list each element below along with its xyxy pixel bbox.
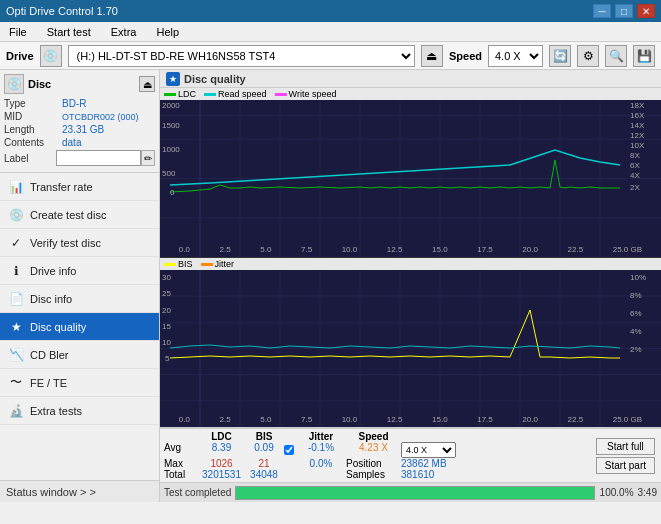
bottom-x-axis: 0.0 2.5 5.0 7.5 10.0 12.5 15.0 17.5 20.0… bbox=[160, 415, 661, 427]
start-part-button[interactable]: Start part bbox=[596, 457, 655, 474]
bottom-bar: LDC BIS Jitter Speed Avg 8.39 0.09 bbox=[160, 427, 661, 502]
legend-read-speed-label: Read speed bbox=[218, 89, 267, 99]
bottom-chart-area: 30 25 20 15 10 5 10% 8% 6% 4% 2% bbox=[160, 270, 661, 427]
stats-header-bis: BIS bbox=[244, 431, 284, 442]
jitter-checkbox[interactable] bbox=[284, 445, 294, 455]
sidebar-item-extra-tests[interactable]: 🔬 Extra tests bbox=[0, 397, 159, 425]
stats-position-label: Position bbox=[346, 458, 401, 469]
legend-bis: BIS bbox=[164, 259, 193, 269]
status-window-label: Status window > > bbox=[6, 486, 96, 498]
disc-type-row: Type BD-R bbox=[4, 98, 155, 109]
menu-start-test[interactable]: Start test bbox=[42, 24, 96, 40]
sidebar-item-label-drive-info: Drive info bbox=[30, 265, 76, 277]
save-button[interactable]: 💾 bbox=[633, 45, 655, 67]
disc-info-icon: 📄 bbox=[8, 291, 24, 307]
svg-text:16X: 16X bbox=[630, 111, 645, 120]
stats-jitter-checkbox-cell bbox=[284, 442, 296, 458]
bx-label-12-5: 12.5 bbox=[387, 415, 403, 427]
svg-text:30: 30 bbox=[162, 273, 171, 282]
legend-ldc-label: LDC bbox=[178, 89, 196, 99]
content-area: ★ Disc quality LDC Read speed bbox=[160, 70, 661, 502]
stats-total-label: Total bbox=[164, 469, 199, 480]
sidebar-item-transfer-rate[interactable]: 📊 Transfer rate bbox=[0, 173, 159, 201]
disc-load-icon[interactable]: ⏏ bbox=[139, 76, 155, 92]
bottom-chart-legend: BIS Jitter bbox=[160, 258, 661, 270]
stats-position-value: 23862 MB bbox=[401, 458, 466, 469]
svg-text:1500: 1500 bbox=[162, 121, 180, 130]
svg-text:10%: 10% bbox=[630, 273, 646, 282]
ldc-color-swatch bbox=[164, 93, 176, 96]
bx-label-7-5: 7.5 bbox=[301, 415, 312, 427]
disc-contents-label: Contents bbox=[4, 137, 62, 148]
bx-label-22-5: 22.5 bbox=[568, 415, 584, 427]
sidebar-item-create-test-disc[interactable]: 💿 Create test disc bbox=[0, 201, 159, 229]
sidebar-item-drive-info[interactable]: ℹ Drive info bbox=[0, 257, 159, 285]
progress-percent: 100.0% bbox=[599, 487, 634, 498]
bx-label-25: 25.0 GB bbox=[613, 415, 642, 427]
drive-select[interactable]: (H:) HL-DT-ST BD-RE WH16NS58 TST4 bbox=[68, 45, 415, 67]
settings-button[interactable]: ⚙ bbox=[577, 45, 599, 67]
disc-label-label: Label bbox=[4, 153, 56, 164]
stats-avg-label: Avg bbox=[164, 442, 199, 458]
progress-time: 3:49 bbox=[638, 487, 657, 498]
status-window-button[interactable]: Status window > > bbox=[0, 480, 159, 502]
menu-file[interactable]: File bbox=[4, 24, 32, 40]
sidebar-item-verify-test-disc[interactable]: ✓ Verify test disc bbox=[0, 229, 159, 257]
legend-write-speed-label: Write speed bbox=[289, 89, 337, 99]
close-button[interactable]: ✕ bbox=[637, 4, 655, 18]
svg-text:18X: 18X bbox=[630, 101, 645, 110]
x-label-7-5: 7.5 bbox=[301, 245, 312, 257]
legend-jitter-label: Jitter bbox=[215, 259, 235, 269]
svg-text:4X: 4X bbox=[630, 171, 640, 180]
minimize-button[interactable]: ─ bbox=[593, 4, 611, 18]
svg-text:8%: 8% bbox=[630, 291, 642, 300]
disc-type-label: Type bbox=[4, 98, 62, 109]
sidebar-item-label-verify-test-disc: Verify test disc bbox=[30, 237, 101, 249]
svg-text:12X: 12X bbox=[630, 131, 645, 140]
x-label-5: 5.0 bbox=[260, 245, 271, 257]
stats-samples-label: Samples bbox=[346, 469, 401, 480]
sidebar-item-disc-quality[interactable]: ★ Disc quality bbox=[0, 313, 159, 341]
stats-table: LDC BIS Jitter Speed Avg 8.39 0.09 bbox=[164, 431, 590, 480]
maximize-button[interactable]: □ bbox=[615, 4, 633, 18]
start-full-button[interactable]: Start full bbox=[596, 438, 655, 455]
sidebar-item-label-disc-info: Disc info bbox=[30, 293, 72, 305]
x-label-0: 0.0 bbox=[179, 245, 190, 257]
svg-text:14X: 14X bbox=[630, 121, 645, 130]
menu-help[interactable]: Help bbox=[151, 24, 184, 40]
stats-max-label: Max bbox=[164, 458, 199, 469]
legend-ldc: LDC bbox=[164, 89, 196, 99]
svg-text:20: 20 bbox=[162, 306, 171, 315]
transfer-rate-icon: 📊 bbox=[8, 179, 24, 195]
disc-label-input[interactable] bbox=[56, 150, 141, 166]
menu-extra[interactable]: Extra bbox=[106, 24, 142, 40]
disc-quality-title: Disc quality bbox=[184, 73, 246, 85]
stats-header-jitter: Jitter bbox=[296, 431, 346, 442]
stats-total-empty bbox=[284, 469, 296, 480]
info-button[interactable]: 🔍 bbox=[605, 45, 627, 67]
sidebar-item-fe-te[interactable]: 〜 FE / TE bbox=[0, 369, 159, 397]
create-test-disc-icon: 💿 bbox=[8, 207, 24, 223]
sidebar-item-disc-info[interactable]: 📄 Disc info bbox=[0, 285, 159, 313]
stats-speed-value: 4.23 X bbox=[346, 442, 401, 458]
svg-text:5: 5 bbox=[165, 354, 170, 363]
stats-speed-select[interactable]: 4.0 X bbox=[401, 442, 456, 458]
stats-row: LDC BIS Jitter Speed Avg 8.39 0.09 bbox=[160, 428, 661, 482]
sidebar-item-label-create-test-disc: Create test disc bbox=[30, 209, 106, 221]
svg-text:6X: 6X bbox=[630, 161, 640, 170]
top-x-axis: 0.0 2.5 5.0 7.5 10.0 12.5 15.0 17.5 20.0… bbox=[160, 245, 661, 257]
x-label-17-5: 17.5 bbox=[477, 245, 493, 257]
bx-label-17-5: 17.5 bbox=[477, 415, 493, 427]
disc-mid-value: OTCBDR002 (000) bbox=[62, 112, 139, 122]
eject-button[interactable]: ⏏ bbox=[421, 45, 443, 67]
cd-bler-icon: 📉 bbox=[8, 347, 24, 363]
x-label-2-5: 2.5 bbox=[220, 245, 231, 257]
refresh-button[interactable]: 🔄 bbox=[549, 45, 571, 67]
start-buttons-container: Start full Start part bbox=[594, 436, 657, 476]
speed-select[interactable]: 4.0 X bbox=[488, 45, 543, 67]
disc-label-icon[interactable]: ✏ bbox=[141, 150, 155, 166]
x-label-15: 15.0 bbox=[432, 245, 448, 257]
jitter-color-swatch bbox=[201, 263, 213, 266]
svg-text:10X: 10X bbox=[630, 141, 645, 150]
sidebar-item-cd-bler[interactable]: 📉 CD Bler bbox=[0, 341, 159, 369]
